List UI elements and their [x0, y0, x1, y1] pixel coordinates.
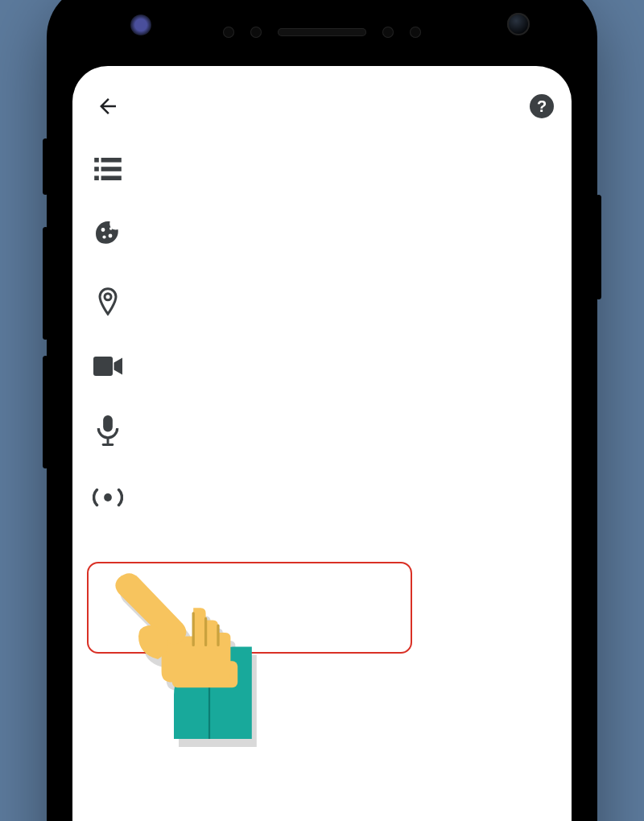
back-button[interactable]	[90, 89, 126, 124]
front-camera	[507, 13, 530, 35]
iris-scanner	[130, 14, 151, 35]
row-mic[interactable]	[72, 396, 572, 465]
phone-frame: ?	[48, 0, 596, 821]
svg-rect-16	[172, 661, 237, 687]
highlight-box	[87, 562, 412, 654]
svg-point-15	[104, 493, 112, 501]
help-icon: ?	[537, 97, 547, 116]
cookie-icon	[90, 219, 126, 248]
location-icon	[90, 287, 126, 317]
app-header: ?	[72, 66, 572, 130]
help-button[interactable]: ?	[530, 94, 554, 118]
mic-icon	[90, 415, 126, 446]
svg-rect-11	[93, 357, 113, 376]
svg-point-10	[105, 294, 111, 300]
svg-rect-1	[101, 158, 122, 163]
row-cookie[interactable]	[72, 200, 572, 267]
settings-list	[72, 130, 572, 562]
arrow-left-icon	[96, 94, 120, 118]
screen: ?	[72, 66, 572, 821]
svg-point-9	[109, 227, 113, 230]
row-motion[interactable]	[72, 465, 572, 530]
svg-point-8	[109, 234, 113, 238]
side-button	[43, 356, 48, 468]
pointer-hand-icon	[72, 562, 258, 739]
side-button	[596, 195, 601, 299]
svg-point-6	[101, 228, 105, 232]
svg-rect-12	[103, 415, 113, 431]
svg-point-7	[102, 235, 105, 238]
side-button	[43, 138, 48, 195]
svg-rect-0	[94, 158, 99, 163]
row-camera[interactable]	[72, 336, 572, 396]
svg-rect-13	[107, 438, 109, 444]
svg-rect-4	[94, 175, 99, 180]
svg-rect-14	[102, 444, 114, 446]
svg-rect-2	[94, 167, 99, 171]
side-button	[43, 227, 48, 340]
list-icon	[90, 158, 126, 180]
row-all-sites[interactable]	[72, 138, 572, 200]
camera-icon	[90, 356, 126, 377]
row-location[interactable]	[72, 267, 572, 336]
svg-rect-3	[101, 167, 122, 171]
svg-rect-5	[101, 175, 122, 180]
motion-icon	[90, 485, 126, 510]
